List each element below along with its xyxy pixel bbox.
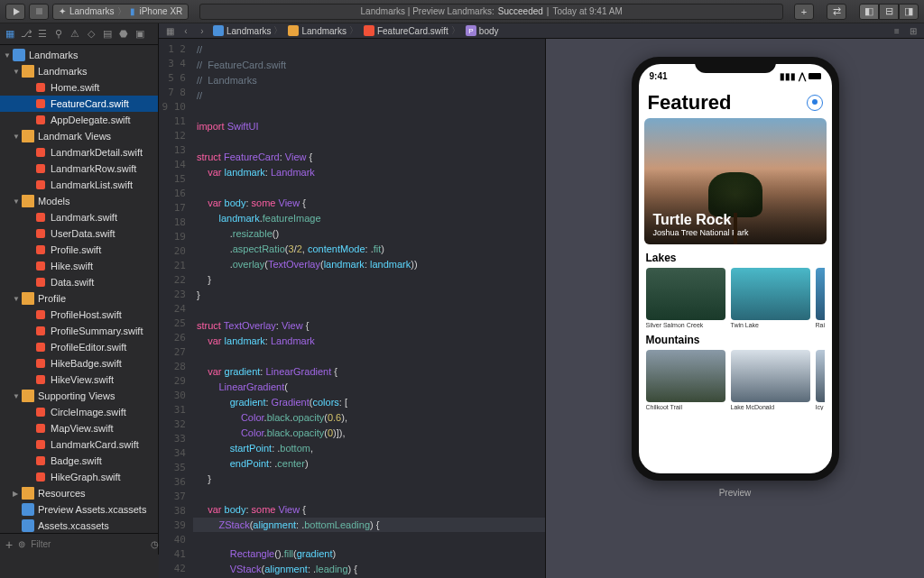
toggle-inspector-button[interactable]: ◨ (899, 4, 919, 20)
source-control-tab[interactable]: ⎇ (20, 28, 32, 41)
tree-row[interactable]: Preview Assets.xcassets (0, 501, 158, 518)
tree-row[interactable]: ▼Profile (0, 290, 158, 307)
tree-row[interactable]: Profile.swift (0, 242, 158, 258)
tree-row[interactable]: Landmark.swift (0, 209, 158, 225)
tree-row[interactable]: ▼Landmarks (0, 63, 158, 79)
tree-row[interactable]: HikeGraph.swift (0, 469, 158, 485)
swift-icon (34, 341, 47, 353)
tree-row[interactable]: ▼Landmarks (0, 47, 158, 63)
back-button[interactable]: ‹ (179, 23, 193, 38)
chevron-right-icon: 〉 (117, 5, 126, 18)
test-tab[interactable]: ◇ (85, 28, 97, 41)
disclosure-arrow[interactable]: ▼ (13, 68, 22, 76)
disclosure-arrow[interactable]: ▼ (13, 197, 22, 206)
jump-crumb-project[interactable]: Landmarks〉 (211, 24, 284, 37)
landmark-card: Silver Salmon Creek (646, 268, 725, 328)
preview-canvas[interactable]: 9:41 ▮▮▮ ⋀ Featured (545, 39, 924, 578)
swift-icon (34, 276, 47, 289)
tree-row[interactable]: HikeBadge.swift (0, 355, 158, 372)
tree-row[interactable]: ProfileHost.swift (0, 307, 158, 323)
swift-icon (34, 243, 47, 256)
tree-row[interactable]: Hike.swift (0, 258, 158, 274)
toggle-debug-button[interactable]: ⊟ (879, 4, 899, 20)
target-icon: ✦ (59, 6, 66, 16)
add-editor-button[interactable]: ⊞ (906, 23, 920, 38)
symbol-tab[interactable]: ☰ (36, 28, 49, 41)
tree-row[interactable]: UserData.swift (0, 225, 158, 242)
activity-status: Succeeded (498, 6, 543, 16)
tree-row[interactable]: LandmarkRow.swift (0, 161, 158, 177)
recent-filter-icon[interactable]: ◷ (151, 539, 159, 549)
add-button[interactable]: + (794, 4, 814, 20)
find-tab[interactable]: ⚲ (52, 28, 65, 41)
tree-label: ProfileEditor.swift (51, 342, 126, 353)
folder-icon (22, 65, 34, 78)
tree-label: LandmarkList.swift (51, 179, 133, 190)
tree-row[interactable]: ProfileEditor.swift (0, 339, 158, 355)
tree-row[interactable]: Data.swift (0, 274, 158, 290)
tree-row[interactable]: LandmarkCard.swift (0, 436, 158, 453)
card-image (646, 350, 725, 402)
swift-icon (34, 325, 47, 337)
category: LakesSilver Salmon CreekTwin LakeRainbow… (639, 246, 832, 328)
tree-row[interactable]: ▼Models (0, 193, 158, 209)
filter-scope-icon[interactable]: ⊚ (18, 539, 25, 549)
tree-label: Profile.swift (51, 244, 101, 255)
tree-row[interactable]: FeatureCard.swift (0, 96, 158, 112)
debug-tab[interactable]: ▤ (101, 28, 114, 41)
project-navigator-tab[interactable]: ▦ (4, 28, 16, 41)
breakpoint-tab[interactable]: ⬣ (117, 28, 130, 41)
disclosure-arrow[interactable]: ▼ (13, 295, 22, 303)
run-button[interactable] (5, 4, 25, 20)
swift-icon (34, 162, 47, 175)
add-file-button[interactable]: + (5, 537, 13, 552)
jump-crumb-symbol[interactable]: Pbody (464, 25, 501, 36)
tree-label: HikeView.swift (51, 374, 114, 385)
related-items-button[interactable]: ▦ (162, 23, 177, 38)
issue-tab[interactable]: ⚠ (69, 28, 81, 41)
tree-row[interactable]: Assets.xcassets (0, 518, 158, 533)
forward-button[interactable]: › (195, 23, 209, 38)
source-editor[interactable]: 1 2 3 4 5 6 7 8 9 10 11 12 13 14 15 16 1… (159, 39, 545, 578)
disclosure-arrow[interactable]: ▼ (4, 51, 13, 60)
tree-label: Hike.swift (51, 261, 93, 271)
tree-row[interactable]: LandmarkList.swift (0, 177, 158, 193)
swift-icon (34, 373, 47, 386)
tree-label: MapView.swift (51, 423, 114, 434)
jump-crumb-folder[interactable]: Landmarks〉 (286, 24, 359, 37)
editor-options-button[interactable]: ≡ (890, 23, 904, 38)
toggle-navigator-button[interactable]: ◧ (859, 4, 879, 20)
jump-bar: ▦ ‹ › Landmarks〉 Landmarks〉 FeatureCard.… (159, 23, 924, 39)
scheme-selector[interactable]: ✦ Landmarks 〉 ▮ iPhone XR (52, 4, 189, 20)
tree-row[interactable]: ▶Resources (0, 485, 158, 501)
disclosure-arrow[interactable]: ▼ (13, 392, 22, 400)
swift-icon (34, 454, 47, 467)
tree-row[interactable]: ▼Supporting Views (0, 388, 158, 404)
tree-row[interactable]: Home.swift (0, 79, 158, 96)
filter-input[interactable] (31, 539, 145, 549)
tree-row[interactable]: HikeView.swift (0, 372, 158, 388)
disclosure-arrow[interactable]: ▶ (13, 490, 22, 498)
stop-button[interactable] (29, 4, 49, 20)
code-review-button[interactable]: ⇄ (827, 4, 846, 20)
tree-row[interactable]: Badge.swift (0, 453, 158, 469)
report-tab[interactable]: ▣ (134, 28, 146, 41)
tree-row[interactable]: LandmarkDetail.swift (0, 144, 158, 161)
device-screen: 9:41 ▮▮▮ ⋀ Featured (639, 64, 832, 473)
tree-label: Preview Assets.xcassets (38, 504, 146, 515)
tree-label: Landmark Views (38, 131, 111, 142)
category-title: Lakes (646, 252, 825, 264)
disclosure-arrow[interactable]: ▼ (13, 133, 22, 141)
jump-crumb-file[interactable]: FeatureCard.swift〉 (362, 24, 462, 37)
tree-row[interactable]: MapView.swift (0, 420, 158, 436)
tree-label: Data.swift (51, 277, 94, 288)
tree-row[interactable]: AppDelegate.swift (0, 112, 158, 128)
file-tree[interactable]: ▼Landmarks▼LandmarksHome.swiftFeatureCar… (0, 45, 158, 533)
tree-row[interactable]: CircleImage.swift (0, 404, 158, 420)
tree-row[interactable]: ProfileSummary.swift (0, 323, 158, 339)
tree-row[interactable]: ▼Landmark Views (0, 128, 158, 144)
folder-icon (288, 25, 299, 36)
swift-icon (34, 227, 47, 240)
card-label: Lake McDonald (731, 404, 810, 410)
code-content[interactable]: // // FeatureCard.swift // Landmarks // … (193, 39, 545, 578)
